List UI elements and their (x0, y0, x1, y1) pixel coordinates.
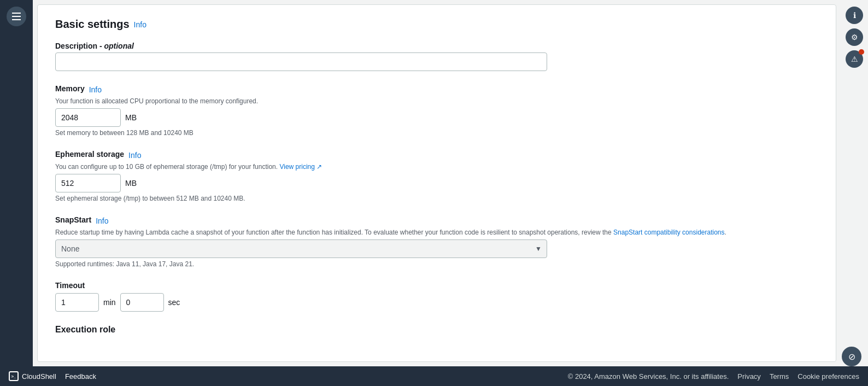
description-label: Description - optional (55, 42, 818, 50)
ephemeral-hint: You can configure up to 10 GB of ephemer… (55, 163, 818, 171)
snapstart-description: Reduce startup time by having Lambda cac… (55, 229, 818, 236)
gear-icon: ⚙ (851, 33, 858, 42)
execution-role-section: Execution role (55, 325, 818, 335)
notification-badge (859, 49, 864, 55)
page-title-row: Basic settings Info (55, 18, 818, 31)
description-input-wrapper (55, 52, 547, 71)
footer-left: >_ CloudShell Feedback (9, 371, 96, 381)
ephemeral-label-row: Ephemeral storage Info (55, 150, 818, 161)
memory-label-row: Memory Info (55, 84, 818, 95)
snapstart-supported-runtimes: Supported runtimes: Java 11, Java 17, Ja… (55, 260, 818, 268)
circle-slash-icon: ⊘ (848, 352, 855, 362)
timeout-seconds-input[interactable] (120, 293, 164, 312)
notifications-button[interactable]: ⚠ (846, 50, 863, 68)
page-title: Basic settings (55, 18, 130, 31)
description-section: Description - optional (55, 42, 818, 71)
ephemeral-storage-label: Ephemeral storage (55, 150, 124, 159)
ephemeral-storage-section: Ephemeral storage Info You can configure… (55, 150, 818, 202)
memory-hint: Your function is allocated CPU proportio… (55, 97, 818, 105)
cookie-preferences-link[interactable]: Cookie preferences (797, 372, 859, 381)
snapstart-section: SnapStart Info Reduce startup time by ha… (55, 215, 818, 268)
memory-label: Memory (55, 84, 85, 93)
ephemeral-storage-input[interactable] (55, 174, 121, 192)
execution-role-label: Execution role (55, 325, 818, 335)
right-sidebar: ℹ ⚙ ⚠ (841, 0, 868, 366)
ephemeral-storage-unit: MB (125, 179, 137, 188)
timeout-minutes-input[interactable] (55, 293, 99, 312)
timeout-seconds-unit: sec (168, 298, 180, 307)
description-optional: - optional (99, 42, 134, 50)
memory-unit: MB (125, 113, 137, 122)
timeout-section: Timeout min sec (55, 281, 818, 312)
hamburger-icon (12, 13, 21, 20)
settings-button[interactable]: ⚙ (846, 28, 863, 46)
memory-input-row: MB (55, 108, 818, 127)
timeout-input-row: min sec (55, 293, 818, 312)
cloudshell-icon: >_ (9, 371, 19, 381)
sidebar-toggle (0, 0, 33, 366)
cloudshell-label: CloudShell (22, 372, 56, 381)
hamburger-button[interactable] (7, 7, 26, 26)
no-tracking-icon[interactable]: ⊘ (842, 347, 861, 366)
header-info-link[interactable]: Info (134, 20, 146, 29)
footer-copyright: © 2024, Amazon Web Services, Inc. or its… (568, 372, 729, 381)
main-content: Basic settings Info Description - option… (37, 4, 836, 362)
snapstart-select[interactable]: None (55, 239, 547, 258)
memory-info-link[interactable]: Info (89, 85, 102, 94)
memory-range-hint: Set memory to between 128 MB and 10240 M… (55, 129, 818, 137)
ephemeral-info-link[interactable]: Info (128, 151, 141, 160)
footer-right: © 2024, Amazon Web Services, Inc. or its… (568, 372, 859, 381)
description-input[interactable] (55, 52, 547, 71)
view-pricing-link[interactable]: View pricing ↗ (279, 163, 322, 171)
snapstart-info-link[interactable]: Info (96, 217, 108, 225)
memory-input[interactable] (55, 108, 121, 127)
timeout-minutes-unit: min (103, 298, 116, 307)
cloudshell-button[interactable]: >_ CloudShell (9, 371, 56, 381)
snapstart-label: SnapStart (55, 215, 91, 224)
snapstart-select-wrapper: None ▼ (55, 239, 547, 258)
info-icon: ℹ (853, 11, 856, 20)
privacy-link[interactable]: Privacy (737, 372, 761, 381)
snapstart-label-row: SnapStart Info (55, 215, 818, 226)
info-panel-button[interactable]: ℹ (846, 7, 863, 24)
snapstart-compatibility-link[interactable]: SnapStart compatibility considerations (613, 229, 724, 236)
timeout-label: Timeout (55, 281, 818, 290)
terms-link[interactable]: Terms (770, 372, 789, 381)
memory-section: Memory Info Your function is allocated C… (55, 84, 818, 137)
footer: >_ CloudShell Feedback © 2024, Amazon We… (0, 366, 868, 386)
warning-icon: ⚠ (851, 55, 858, 63)
ephemeral-range-hint: Set ephemeral storage (/tmp) to between … (55, 195, 818, 202)
feedback-link[interactable]: Feedback (65, 372, 96, 381)
ephemeral-input-row: MB (55, 174, 818, 192)
